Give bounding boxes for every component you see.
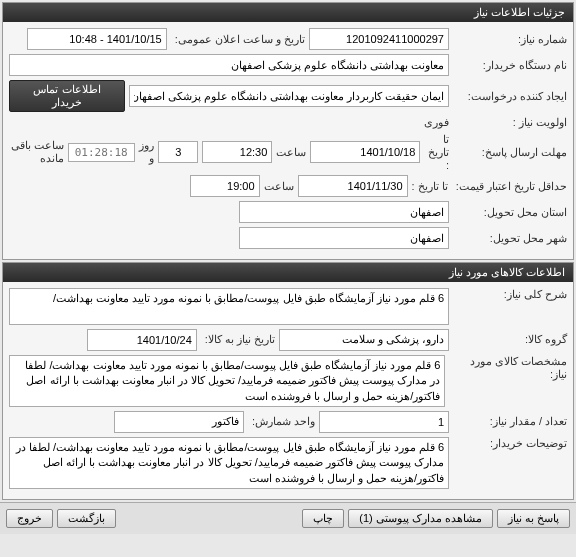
countdown-timer: 01:28:18 bbox=[68, 143, 135, 162]
remain-label: ساعت باقی مانده bbox=[9, 139, 64, 165]
desc-label: شرح کلی نیاز: bbox=[453, 288, 567, 301]
footer-spacer bbox=[120, 509, 298, 528]
days-field[interactable] bbox=[158, 141, 198, 163]
group-label: گروه کالا: bbox=[453, 333, 567, 346]
contact-info-button[interactable]: اطلاعات تماس خریدار bbox=[9, 80, 125, 112]
back-button[interactable]: بازگشت bbox=[57, 509, 116, 528]
spec-field[interactable] bbox=[9, 355, 445, 407]
number-label: شماره نیاز: bbox=[453, 33, 567, 46]
deadline-time-field[interactable] bbox=[202, 141, 272, 163]
province-label: استان محل تحویل: bbox=[453, 206, 567, 219]
validity-date-field[interactable] bbox=[298, 175, 408, 197]
announce-label: تاریخ و ساعت اعلان عمومی: bbox=[171, 33, 305, 46]
number-field[interactable] bbox=[309, 28, 449, 50]
buyer-notes-label: توضیحات خریدار: bbox=[453, 437, 567, 450]
panel2-header: اطلاعات کالاهای مورد نیاز bbox=[3, 263, 573, 282]
need-date-field[interactable] bbox=[87, 329, 197, 351]
qty-label: تعداد / مقدار نیاز: bbox=[453, 415, 567, 428]
unit-label: واحد شمارش: bbox=[248, 415, 315, 428]
days-label: روز و bbox=[139, 139, 155, 165]
announce-field[interactable] bbox=[27, 28, 167, 50]
unit-field[interactable] bbox=[114, 411, 244, 433]
desc-field[interactable] bbox=[9, 288, 449, 325]
time-label-1: ساعت bbox=[276, 146, 306, 159]
buyer-field[interactable] bbox=[9, 54, 449, 76]
deadline-date-field[interactable] bbox=[310, 141, 420, 163]
group-field[interactable] bbox=[279, 329, 449, 351]
need-details-panel: جزئیات اطلاعات نیاز شماره نیاز: تاریخ و … bbox=[2, 2, 574, 260]
attachments-button[interactable]: مشاهده مدارک پیوستی (1) bbox=[348, 509, 493, 528]
province-field[interactable] bbox=[239, 201, 449, 223]
spec-label: مشخصات کالای مورد نیاز: bbox=[449, 355, 567, 381]
validity-time-field[interactable] bbox=[190, 175, 260, 197]
items-panel: اطلاعات کالاهای مورد نیاز شرح کلی نیاز: … bbox=[2, 262, 574, 500]
exit-button[interactable]: خروج bbox=[6, 509, 53, 528]
buyer-label: نام دستگاه خریدار: bbox=[453, 59, 567, 72]
panel2-body: شرح کلی نیاز: گروه کالا: تاریخ نیاز به ک… bbox=[3, 282, 573, 499]
reply-button[interactable]: پاسخ به نیاز bbox=[497, 509, 570, 528]
panel1-header: جزئیات اطلاعات نیاز bbox=[3, 3, 573, 22]
city-field[interactable] bbox=[239, 227, 449, 249]
print-button[interactable]: چاپ bbox=[302, 509, 344, 528]
deadline-to-label: تا تاریخ : bbox=[424, 133, 449, 171]
priority-label: اولویت نیاز : bbox=[453, 116, 567, 129]
creator-field[interactable] bbox=[129, 85, 449, 107]
time-label-2: ساعت bbox=[264, 180, 294, 193]
qty-field[interactable] bbox=[319, 411, 449, 433]
city-label: شهر محل تحویل: bbox=[453, 232, 567, 245]
buyer-notes-field[interactable] bbox=[9, 437, 449, 489]
priority-value: فوری bbox=[424, 116, 449, 129]
panel1-body: شماره نیاز: تاریخ و ساعت اعلان عمومی: نا… bbox=[3, 22, 573, 259]
deadline-label: مهلت ارسال پاسخ: bbox=[453, 146, 567, 159]
footer-toolbar: پاسخ به نیاز مشاهده مدارک پیوستی (1) چاپ… bbox=[0, 502, 576, 534]
validity-to-label: تا تاریخ : bbox=[412, 180, 448, 193]
need-date-label: تاریخ نیاز به کالا: bbox=[201, 333, 275, 346]
creator-label: ایجاد کننده درخواست: bbox=[453, 90, 567, 103]
validity-label: حداقل تاریخ اعتبار قیمت: bbox=[452, 180, 567, 193]
